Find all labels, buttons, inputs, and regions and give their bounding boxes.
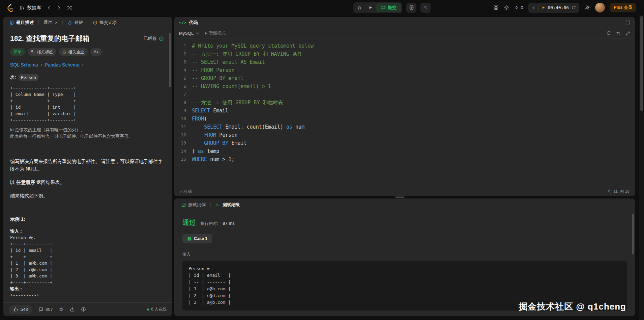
- tab-passed-result[interactable]: 通过 ×: [41, 20, 60, 26]
- code-line[interactable]: 4-- FROM Person: [174, 66, 635, 74]
- check-circle-icon: [159, 36, 164, 41]
- leetcode-logo-icon[interactable]: [6, 4, 14, 12]
- problem-scrollbar[interactable]: [169, 33, 171, 87]
- tab-solution[interactable]: 题解: [65, 20, 85, 26]
- schema-note-1: id 是该表的主键（具有唯一值的列）。: [10, 127, 164, 133]
- help-button[interactable]: [81, 307, 86, 312]
- reset-code-icon[interactable]: [616, 31, 621, 36]
- line-number: 4: [174, 66, 192, 74]
- smart-mode-label: 智能模式: [209, 30, 226, 36]
- related-companies-button[interactable]: 相关企业: [59, 48, 88, 56]
- timer-widget[interactable]: 00:40:06: [528, 3, 580, 13]
- avatar[interactable]: [595, 3, 605, 12]
- history-clock-icon: [93, 20, 97, 25]
- timer-reset-icon[interactable]: [572, 5, 576, 10]
- gear-icon[interactable]: [504, 5, 509, 10]
- line-number: 15: [174, 155, 192, 163]
- code-line[interactable]: 9SELECT Email: [174, 107, 635, 115]
- bookmark-icon[interactable]: [607, 31, 611, 36]
- star-icon: [59, 307, 64, 312]
- streak-counter[interactable]: 0: [514, 5, 523, 10]
- example-input-label: 输入：: [10, 228, 164, 234]
- code-line[interactable]: 15WHERE num > 1;: [174, 155, 635, 163]
- notes-button[interactable]: [406, 3, 416, 13]
- code-line[interactable]: 5-- GROUP BY email: [174, 74, 635, 82]
- page-scrollbar-thumb[interactable]: [640, 16, 643, 111]
- cursor-position: 行 11, 列 18: [608, 189, 630, 194]
- prev-question-icon[interactable]: [47, 5, 51, 10]
- plus-member-badge[interactable]: Plus 会员: [610, 3, 636, 12]
- code-line[interactable]: 14) as temp: [174, 147, 635, 155]
- tab-description[interactable]: 题目描述: [7, 20, 36, 26]
- desc2-prefix: 以: [10, 180, 16, 185]
- share-icon: [70, 307, 75, 312]
- debug-button[interactable]: [355, 3, 364, 12]
- code-line[interactable]: 6-- HAVING count(email) > 1: [174, 82, 635, 90]
- runtime-label: 执行用时:: [201, 221, 218, 226]
- flame-icon: [514, 5, 519, 10]
- code-line[interactable]: 7: [174, 90, 635, 99]
- related-tags-button[interactable]: 相关标签: [28, 48, 56, 56]
- tab-submissions-label: 提交记录: [99, 20, 117, 26]
- problem-list-button[interactable]: 数据库: [20, 5, 41, 11]
- invite-user-icon[interactable]: [584, 5, 590, 10]
- close-icon[interactable]: ×: [55, 20, 58, 25]
- code-line[interactable]: 12 FROM Person: [174, 131, 635, 139]
- code-line[interactable]: 8-- 方法二: 使用 GROUP BY 和临时表: [174, 99, 635, 107]
- line-number: 2: [174, 50, 192, 58]
- tab-submissions[interactable]: 提交记录: [91, 20, 119, 26]
- code-editor[interactable]: 1# Write your MySQL query statement belo…: [174, 38, 635, 187]
- related-companies-label: 相关企业: [68, 49, 84, 55]
- code-line[interactable]: 10FROM(: [174, 115, 635, 123]
- description-paragraph-2: 以 任意顺序 返回结果表。: [10, 179, 164, 186]
- ai-assistant-button[interactable]: [420, 3, 431, 13]
- code-line[interactable]: 1# Write your MySQL query statement belo…: [174, 42, 635, 50]
- difficulty-badge[interactable]: 简单: [10, 48, 25, 56]
- topbar-left: 数据库: [0, 4, 72, 12]
- saved-status: 已存储: [180, 189, 192, 194]
- verdict-row: 通过 执行用时: 87 ms: [182, 218, 627, 227]
- tab-testcase[interactable]: 测试用例: [179, 202, 208, 208]
- language-select[interactable]: MySQL: [179, 31, 199, 36]
- example-output-table: +---------+: [10, 292, 164, 298]
- result-scrollbar[interactable]: [632, 214, 634, 255]
- language-label: MySQL: [179, 31, 194, 36]
- smart-mode-toggle[interactable]: 智能模式: [205, 30, 226, 36]
- line-number: 10: [174, 115, 192, 123]
- font-size-button[interactable]: Ax: [90, 48, 102, 56]
- lock-icon: [62, 50, 66, 54]
- table-name-chip: Person: [19, 74, 38, 81]
- case-1-button[interactable]: Case 1: [182, 234, 212, 243]
- schema-table: +-------------+---------+ | Column Name …: [10, 85, 164, 123]
- comments-button[interactable]: 807: [38, 307, 53, 312]
- shuffle-icon[interactable]: [67, 5, 72, 10]
- timer-divider: [538, 5, 539, 10]
- submit-button[interactable]: 提交: [376, 3, 401, 12]
- library-icon: [20, 5, 25, 10]
- schema-links: SQL Schema › Pandas Schema ›: [10, 62, 164, 68]
- line-number: 8: [174, 99, 192, 107]
- like-button[interactable]: 543: [9, 305, 32, 314]
- fullscreen-icon[interactable]: [625, 20, 630, 25]
- code-line[interactable]: 2-- 方法一: 使用 GROUP BY 和 HAVING 条件: [174, 50, 635, 58]
- code-line[interactable]: 3-- SELECT email AS Email: [174, 58, 635, 66]
- chevron-right-icon: ›: [82, 62, 83, 67]
- timer-play-icon[interactable]: [541, 6, 545, 9]
- layout-grid-icon[interactable]: [493, 5, 499, 10]
- page-scrollbar[interactable]: [639, 0, 644, 320]
- sql-schema-link[interactable]: SQL Schema: [10, 62, 38, 68]
- schema-note-2: 此表的每一行都包含一封电子邮件。电子邮件不包含大写字母。: [10, 133, 164, 139]
- tab-test-result[interactable]: 测试结果: [213, 202, 242, 208]
- maximize-editor-icon[interactable]: [625, 31, 630, 36]
- pandas-schema-link[interactable]: Pandas Schema: [45, 62, 80, 68]
- next-question-icon[interactable]: [57, 5, 61, 10]
- tab-testcase-label: 测试用例: [188, 202, 206, 208]
- favorite-button[interactable]: [59, 307, 64, 312]
- case-check-icon: [187, 237, 192, 241]
- code-line[interactable]: 11 SELECT Email, count(Email) as num: [174, 123, 635, 131]
- code-line[interactable]: 13 GROUP BY Email: [174, 139, 635, 147]
- run-button[interactable]: [365, 3, 375, 12]
- panel-resize-handle[interactable]: [395, 196, 405, 198]
- share-button[interactable]: [70, 307, 75, 312]
- timer-collapse-icon[interactable]: [532, 6, 536, 10]
